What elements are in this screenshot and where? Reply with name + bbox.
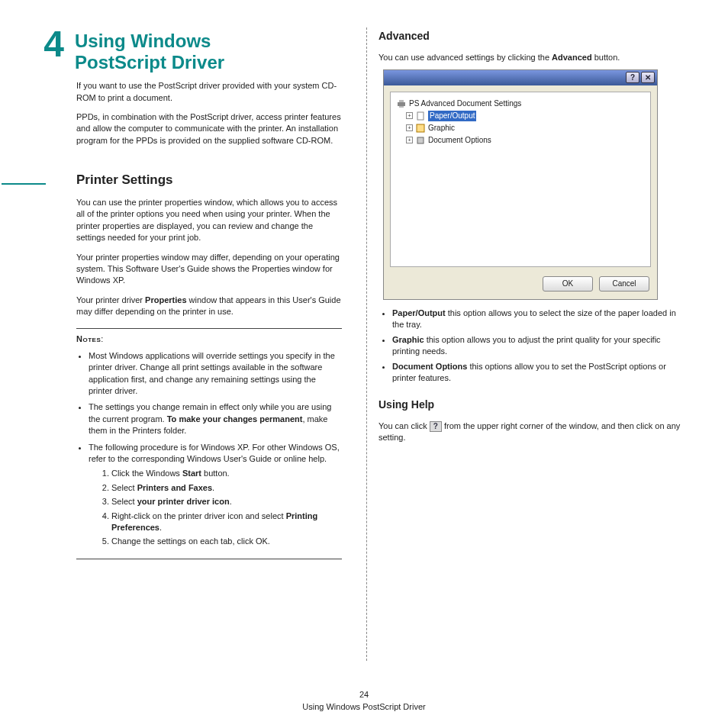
step-4: Right-click on the printer driver icon a… [111,511,342,534]
ps-para-3: Your printer driver Properties window th… [76,295,342,318]
page-number: 24 [0,689,728,701]
help-button[interactable]: ? [626,72,639,83]
adv-doc: Document Options this options allow you … [392,361,688,385]
doc-options-icon [416,136,425,145]
using-help-text: You can click ? from the upper right cor… [378,420,688,444]
graphic-icon [416,124,425,133]
tree-document-options[interactable]: + Document Options [406,135,644,146]
column-divider [366,27,367,661]
adv-graphic: Graphic this option allows you to adjust… [392,334,688,358]
svg-rect-0 [398,102,405,106]
svg-rect-3 [417,112,424,120]
dialog-titlebar: ? ✕ [384,70,657,85]
ok-button[interactable]: OK [543,276,593,292]
dialog-body: PS Advanced Document Settings + Paper/Ou… [390,92,651,267]
expand-icon[interactable]: + [406,124,413,131]
chapter-number: 4 [24,26,64,63]
note-2: The settings you change remain in effect… [89,401,342,436]
advanced-intro: You can use advanced settings by clickin… [378,52,688,63]
notes-label: Notes: [76,333,342,345]
advanced-options-list: Paper/Output this option allows you to s… [378,308,688,384]
note-3: The following procedure is for Windows X… [89,442,342,548]
steps-list: Click the Windows Start button. Select P… [89,468,342,547]
chapter-header: 4 Using Windows PostScript Driver [24,26,342,72]
svg-rect-2 [399,106,404,108]
advanced-dialog: ? ✕ PS Advanced Document Settings + Pape… [383,69,658,300]
tree-root[interactable]: PS Advanced Document Settings [397,98,644,109]
adv-paper: Paper/Output this option allows you to s… [392,308,688,331]
notes-rule-top [76,328,342,329]
help-icon: ? [430,421,442,432]
ps-para-2: Your printer properties window may diffe… [76,252,342,287]
svg-rect-1 [399,100,404,102]
page-footer: 24 Using Windows PostScript Driver [0,689,728,713]
step-2: Select Printers and Faxes. [111,482,342,494]
footer-title: Using Windows PostScript Driver [0,701,728,713]
svg-rect-5 [417,137,424,143]
advanced-heading: Advanced [378,29,688,44]
svg-rect-4 [417,124,424,132]
dialog-button-row: OK Cancel [384,273,657,299]
using-help-heading: Using Help [378,398,688,413]
chapter-title: Using Windows PostScript Driver [75,31,224,72]
step-1: Click the Windows Start button. [111,468,342,479]
page-icon [416,111,425,121]
step-5: Change the settings on each tab, click O… [111,536,342,547]
notes-rule-bottom [76,559,342,559]
intro-para-2: PPDs, in combination with the PostScript… [76,111,342,147]
printer-settings-heading: Printer Settings [76,171,342,189]
intro-para-1: If you want to use the PostScript driver… [76,80,342,104]
ps-para-1: You can use the printer properties windo… [76,197,342,244]
note-1: Most Windows applications will override … [89,350,342,398]
printer-icon [397,99,406,108]
notes-list: Most Windows applications will override … [76,350,342,548]
tree-paper-output[interactable]: + Paper/Output [406,111,644,121]
expand-icon[interactable]: + [406,112,413,119]
cancel-button[interactable]: Cancel [599,276,649,292]
section-rule [2,183,46,185]
step-3: Select your printer driver icon. [111,496,342,507]
expand-icon[interactable]: + [406,137,413,143]
tree-graphic[interactable]: + Graphic [406,123,644,134]
close-button[interactable]: ✕ [641,72,655,83]
